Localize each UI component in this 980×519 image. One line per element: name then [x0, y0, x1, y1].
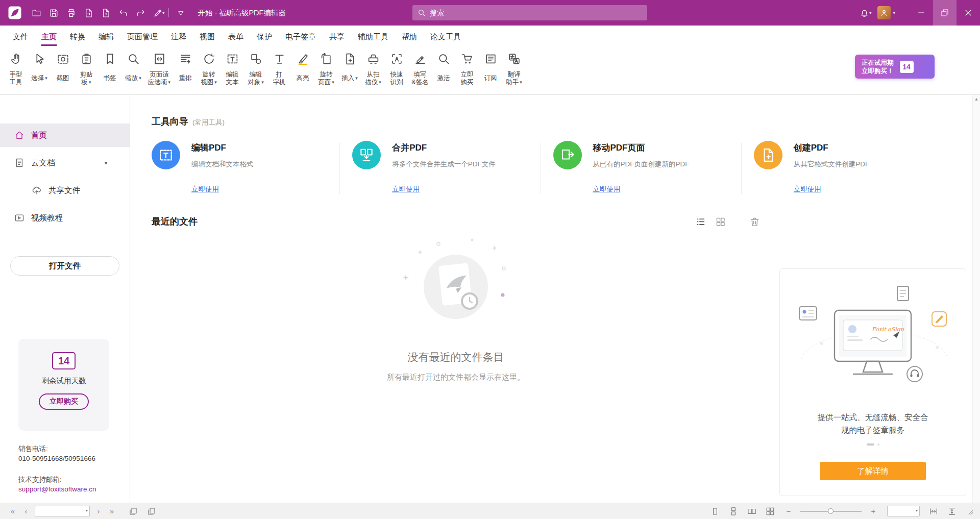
tool-card-merge-pdf[interactable]: 合并PDF 将多个文件合并生成一个PDF文件 立即使用	[352, 141, 536, 194]
subscribe-button[interactable]: 订阅	[479, 49, 502, 92]
first-page-button[interactable]: «	[6, 505, 19, 517]
bookmark-button[interactable]: 书签	[98, 49, 121, 92]
create-pdf-button[interactable]	[97, 0, 114, 26]
collapse-toolbar-button[interactable]	[173, 0, 190, 26]
learn-more-button[interactable]: 了解详情	[820, 462, 926, 480]
activate-button[interactable]: 激活	[432, 49, 455, 92]
use-now-link[interactable]: 立即使用	[392, 185, 528, 194]
list-view-button[interactable]	[695, 216, 706, 227]
edit-object-button[interactable]: 编辑对象▾	[244, 49, 267, 92]
menu-convert[interactable]: 转换	[63, 26, 92, 48]
hand-tool-button[interactable]: 手型工具	[4, 49, 28, 92]
sidebar-item-cloud-docs[interactable]: 云文档 ▾	[0, 151, 130, 175]
open-button[interactable]	[28, 0, 45, 26]
zoom-out-button[interactable]: −	[782, 505, 795, 517]
page-dropdown-caret-icon[interactable]: ▾	[86, 508, 88, 513]
undo-button[interactable]	[114, 0, 132, 26]
use-now-link[interactable]: 立即使用	[794, 185, 929, 194]
grid-view-button[interactable]	[715, 216, 726, 227]
menu-file[interactable]: 文件	[6, 26, 35, 48]
tool-card-create-pdf[interactable]: 创建PDF 从其它格式文件创建PDF 立即使用	[754, 141, 938, 194]
rotate-view-button[interactable]: 旋转视图▾	[197, 49, 220, 92]
reflow-button[interactable]: 重排	[174, 49, 197, 92]
zoom-slider-thumb[interactable]	[828, 508, 834, 514]
menu-page-management[interactable]: 页面管理	[120, 26, 164, 48]
tool-card-move-pdf-pages[interactable]: 移动PDF页面 从已有的PDF页面创建新的PDF 立即使用	[553, 141, 737, 194]
highlight-button[interactable]: 高亮	[291, 49, 314, 92]
vertical-scrollbar[interactable]: ▲	[972, 95, 980, 503]
resize-grip-icon[interactable]	[966, 507, 974, 515]
menu-view[interactable]: 视图	[193, 26, 222, 48]
print-button[interactable]	[62, 0, 80, 26]
buy-now-ribbon-button[interactable]: 立即购买	[455, 49, 479, 92]
carousel-dot-active[interactable]	[867, 443, 874, 446]
support-email-link[interactable]: support@foxitsoftware.cn	[18, 485, 96, 493]
user-avatar[interactable]	[877, 6, 891, 19]
minimize-button[interactable]	[910, 0, 933, 26]
translate-assistant-button[interactable]: 翻译助手▾	[502, 49, 526, 92]
edit-text-button[interactable]: 编辑文本	[220, 49, 244, 92]
snapshot-page-button[interactable]	[127, 505, 140, 517]
last-page-button[interactable]: »	[105, 505, 118, 517]
search-input[interactable]	[430, 9, 642, 17]
fill-sign-button[interactable]: 填写&签名	[408, 49, 432, 92]
menu-paper-tools[interactable]: 论文工具	[424, 26, 468, 48]
save-button[interactable]	[45, 0, 62, 26]
use-now-link[interactable]: 立即使用	[191, 185, 327, 194]
carousel-dot[interactable]	[877, 443, 879, 446]
menu-form[interactable]: 表单	[222, 26, 250, 48]
page-fit-options-button[interactable]: 页面适应选项▾	[145, 49, 174, 92]
previous-page-button[interactable]: ‹	[19, 505, 33, 517]
continuous-view-button[interactable]	[727, 505, 740, 517]
zoom-level-input[interactable]	[887, 506, 920, 516]
carousel-dots[interactable]	[867, 443, 879, 446]
clipboard-button[interactable]: 剪贴板▾	[75, 49, 98, 92]
menu-protect[interactable]: 保护	[250, 26, 279, 48]
page-number-input[interactable]	[35, 506, 90, 516]
rotate-pages-button[interactable]: 旋转页面▾	[314, 49, 338, 92]
menu-esign[interactable]: 电子签章	[279, 26, 323, 48]
clear-recent-button[interactable]	[749, 216, 760, 227]
single-page-view-button[interactable]	[708, 505, 722, 517]
fit-page-button[interactable]	[945, 505, 959, 517]
menu-edit[interactable]: 编辑	[92, 26, 120, 48]
snapshot-button[interactable]: 截图	[51, 49, 75, 92]
zoom-button[interactable]: 缩放▾	[121, 49, 145, 92]
sidebar-item-video-tutorials[interactable]: 视频教程	[0, 206, 130, 230]
expand-caret-icon[interactable]: ▾	[105, 160, 107, 166]
sidebar-item-home[interactable]: 首页	[0, 123, 130, 147]
scroll-up-arrow-icon[interactable]: ▲	[974, 96, 979, 503]
zoom-in-button[interactable]: +	[867, 505, 880, 517]
restore-button[interactable]	[933, 0, 957, 26]
menu-accessibility[interactable]: 辅助工具	[351, 26, 395, 48]
menu-help[interactable]: 帮助	[395, 26, 424, 48]
redo-button[interactable]	[132, 0, 149, 26]
zoom-slider[interactable]	[800, 506, 862, 517]
facing-continuous-view-button[interactable]	[764, 505, 777, 517]
zoom-dropdown-caret-icon[interactable]: ▾	[916, 508, 918, 513]
quick-ocr-button[interactable]: 快速识别	[385, 49, 408, 92]
use-now-link[interactable]: 立即使用	[593, 185, 729, 194]
account-caret-icon[interactable]: ▾	[893, 10, 895, 15]
search-box[interactable]	[412, 5, 647, 20]
sidebar-item-shared-files[interactable]: 共享文件	[0, 179, 130, 202]
menu-comment[interactable]: 注释	[164, 26, 193, 48]
menu-share[interactable]: 共享	[323, 26, 351, 48]
snapshot-copy-button[interactable]	[145, 505, 158, 517]
export-pdf-button[interactable]	[80, 0, 97, 26]
insert-pages-button[interactable]: 插入▾	[338, 49, 361, 92]
quick-sign-caret-icon[interactable]: ▾	[162, 10, 165, 15]
trial-period-badge[interactable]: 正在试用期 立即购买！ 14	[855, 55, 935, 79]
facing-view-button[interactable]	[745, 505, 758, 517]
notifications-caret-icon[interactable]: ▾	[869, 10, 872, 15]
next-page-button[interactable]: ›	[92, 505, 105, 517]
typewriter-button[interactable]: 打字机	[267, 49, 291, 92]
tool-card-edit-pdf[interactable]: 编辑PDF 编辑文档和文本格式 立即使用	[152, 141, 335, 194]
close-button[interactable]	[957, 0, 980, 26]
from-scanner-button[interactable]: 从扫描仪▾	[361, 49, 385, 92]
fit-width-button[interactable]	[927, 505, 940, 517]
buy-now-button[interactable]: 立即购买	[39, 393, 89, 410]
open-file-button[interactable]: 打开文件	[10, 256, 119, 276]
select-tool-button[interactable]: 选择▾	[28, 49, 51, 92]
menu-home[interactable]: 主页	[35, 26, 63, 48]
